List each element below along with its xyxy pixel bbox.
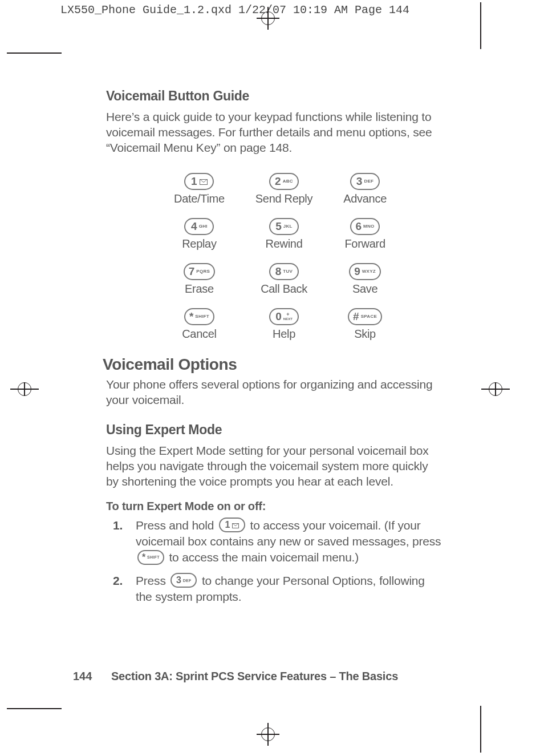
key-digit: 9	[354, 266, 360, 277]
key-digit: 2	[275, 176, 281, 187]
key-sub-stack: +NEXT	[283, 312, 293, 321]
heading-voicemail-button-guide: Voicemail Button Guide	[106, 88, 442, 104]
paragraph-voicemail-options: Your phone offers several options for or…	[106, 377, 442, 408]
key-8-icon: 8TUV	[269, 263, 299, 280]
key-digit: 6	[356, 221, 362, 232]
footer-text: Section 3A: Sprint PCS Service Features …	[111, 670, 398, 682]
registration-mark-bottom	[257, 723, 279, 746]
keycell-hash: #SPACESkip	[348, 308, 382, 341]
key-4-icon: 4GHI	[184, 218, 214, 235]
page-number: 144	[73, 670, 92, 682]
key-6-icon: 6MNO	[350, 218, 380, 235]
key-star-digit: *	[142, 553, 145, 562]
key-sub: +	[286, 312, 289, 317]
key-digit: 0	[275, 311, 282, 322]
keycell-2: 2ABCSend Reply	[255, 173, 312, 205]
key-3-digit: 3	[176, 576, 181, 585]
keycell-9: 9WXYZSave	[349, 263, 381, 296]
key-sub: ABC	[283, 179, 293, 184]
key-digit: 3	[356, 176, 363, 187]
keycell-8: 8TUVCall Back	[261, 263, 307, 296]
key-9-icon: 9WXYZ	[349, 263, 381, 280]
key-sub2: NEXT	[283, 317, 293, 321]
directive-expert-mode-toggle: To turn Expert Mode on or off:	[106, 500, 442, 513]
key-sub: GHI	[199, 224, 208, 229]
heading-using-expert-mode: Using Expert Mode	[106, 422, 442, 438]
key-digit: #	[353, 311, 359, 322]
key-digit: 5	[275, 221, 282, 232]
heading-voicemail-options: Voicemail Options	[103, 355, 442, 374]
keycell-1: 1Date/Time	[174, 173, 225, 205]
key-label: Skip	[348, 328, 382, 341]
key-3-icon: 3 DEF	[170, 573, 197, 588]
key-label: Save	[349, 282, 381, 296]
key-1-icon: 1	[219, 518, 245, 532]
registration-mark-left	[10, 378, 39, 401]
paragraph-using-expert-mode: Using the Expert Mode setting for your p…	[106, 443, 442, 490]
key-digit: 4	[191, 221, 197, 232]
envelope-icon	[200, 179, 208, 185]
key-sub: MNO	[363, 224, 375, 229]
key-label: Cancel	[182, 328, 216, 341]
print-job-header: LX550_Phone Guide_1.2.qxd 1/22/07 10:19 …	[60, 3, 409, 17]
key-hash-icon: #SPACE	[348, 308, 382, 325]
key-sub: PQRS	[196, 269, 210, 274]
steps-list: Press and hold 1 to access your voicemai…	[113, 518, 442, 605]
keycell-star: *SHIFTCancel	[182, 308, 216, 341]
key-label: Call Back	[261, 282, 307, 296]
envelope-icon	[232, 523, 239, 528]
key-2-icon: 2ABC	[269, 173, 299, 190]
keycell-6: 6MNOForward	[344, 218, 385, 250]
key-sub: DEF	[364, 179, 374, 184]
key-3-icon: 3DEF	[350, 173, 380, 190]
key-label: Date/Time	[174, 192, 225, 205]
step-2-text-a: Press	[136, 574, 169, 587]
step-1: Press and hold 1 to access your voicemai…	[113, 518, 442, 566]
key-star-icon: * SHIFT	[137, 550, 164, 565]
key-star-icon: *SHIFT	[184, 308, 214, 325]
keycell-0: 0+NEXTHelp	[269, 308, 299, 341]
registration-mark-right	[481, 378, 510, 401]
key-1-digit: 1	[225, 520, 230, 529]
key-sub: JKL	[283, 224, 293, 229]
key-5-icon: 5JKL	[269, 218, 299, 235]
key-label: Send Reply	[255, 192, 312, 205]
step-1-text-c: to access the main voicemail menu.)	[169, 551, 359, 564]
key-0-icon: 0+NEXT	[269, 308, 299, 325]
key-1-icon: 1	[184, 173, 214, 190]
key-label: Help	[269, 328, 299, 341]
key-sub: TUV	[283, 269, 293, 274]
keycell-4: 4GHIReplay	[182, 218, 216, 250]
page-footer: 144 Section 3A: Sprint PCS Service Featu…	[73, 670, 398, 683]
key-label: Rewind	[266, 237, 303, 250]
key-label: Forward	[344, 237, 385, 250]
key-label: Erase	[184, 282, 215, 296]
key-star-sub: SHIFT	[147, 555, 160, 559]
key-label: Advance	[343, 192, 387, 205]
key-sub: WXYZ	[362, 269, 376, 274]
keycell-3: 3DEFAdvance	[343, 173, 387, 205]
keypad-grid: 1Date/Time2ABCSend Reply3DEFAdvance4GHIR…	[174, 173, 375, 341]
key-sub: SHIFT	[195, 314, 209, 319]
keycell-5: 5JKLRewind	[266, 218, 303, 250]
keycell-7: 7PQRSErase	[184, 263, 215, 296]
registration-mark-top	[257, 7, 279, 30]
key-digit: 7	[189, 266, 195, 277]
key-sub: SPACE	[361, 314, 377, 319]
paragraph-voicemail-button-guide: Here’s a quick guide to your keypad func…	[106, 110, 442, 156]
key-digit: 8	[275, 266, 282, 277]
key-digit: 1	[191, 176, 197, 187]
key-7-icon: 7PQRS	[184, 263, 215, 280]
step-2: Press 3 DEF to change your Personal Opti…	[113, 573, 442, 605]
key-digit: *	[189, 311, 193, 322]
key-label: Replay	[182, 237, 216, 250]
key-3-sub: DEF	[183, 579, 192, 583]
step-1-text-a: Press and hold	[136, 519, 217, 532]
